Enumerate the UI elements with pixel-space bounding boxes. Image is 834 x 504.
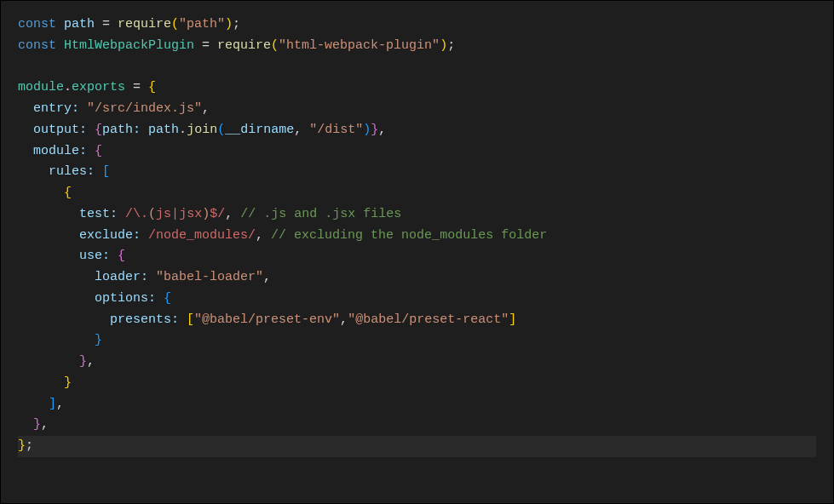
code-token xyxy=(118,207,125,221)
code-token: output: xyxy=(33,123,87,137)
code-line[interactable]: output: {path: path.join(__dirname, "/di… xyxy=(18,120,816,141)
code-token: exclude: xyxy=(79,228,141,243)
code-token xyxy=(18,417,33,432)
code-line[interactable]: } xyxy=(18,330,816,352)
code-token: . xyxy=(64,80,72,94)
code-token: , xyxy=(340,312,348,327)
code-token: loader: xyxy=(95,270,148,284)
code-token xyxy=(18,333,95,347)
code-token: ( xyxy=(217,123,225,137)
code-token: exports xyxy=(72,80,125,94)
code-token: module xyxy=(18,80,64,94)
code-line[interactable]: const path = require("path"); xyxy=(18,14,816,36)
code-line[interactable]: test: /\.(js|jsx)$/, // .js and .jsx fil… xyxy=(18,204,816,226)
code-editor[interactable]: const path = require("path");const HtmlW… xyxy=(18,14,816,457)
code-token xyxy=(18,101,33,116)
code-token: , xyxy=(225,207,240,221)
code-line[interactable]: const HtmlWebpackPlugin = require("html-… xyxy=(18,36,816,57)
code-token: use: xyxy=(79,249,110,263)
code-line[interactable]: use: { xyxy=(18,246,816,267)
code-line[interactable]: }, xyxy=(18,415,816,436)
code-line[interactable]: exclude: /node_modules/, // excluding th… xyxy=(18,226,816,247)
code-token: { xyxy=(95,123,102,137)
code-token: [ xyxy=(102,164,110,179)
code-token: ] xyxy=(509,312,516,327)
code-token xyxy=(18,186,64,200)
code-token: ) xyxy=(225,17,233,32)
code-token xyxy=(87,123,95,137)
code-token: ; xyxy=(26,438,33,453)
code-token: path xyxy=(64,17,95,32)
code-line[interactable]: presents: ["@babel/preset-env","@babel/p… xyxy=(18,310,816,331)
code-line[interactable]: { xyxy=(18,183,816,204)
code-token: , xyxy=(41,417,49,432)
code-token: } xyxy=(95,333,102,347)
code-token: , xyxy=(56,397,64,411)
code-token: ) xyxy=(440,38,447,53)
code-token: = xyxy=(95,17,118,32)
code-token: HtmlWebpackPlugin xyxy=(64,38,194,53)
code-line[interactable]: loader: "babel-loader", xyxy=(18,267,816,289)
code-line[interactable]: entry: "/src/index.js", xyxy=(18,99,816,120)
code-token: { xyxy=(164,291,171,306)
code-line[interactable]: rules: [ xyxy=(18,162,816,183)
code-line[interactable]: options: { xyxy=(18,289,816,310)
code-token: ( xyxy=(271,38,279,53)
code-token xyxy=(110,249,118,263)
code-token: path: xyxy=(102,123,141,137)
code-token: ] xyxy=(49,397,56,411)
code-token: / xyxy=(125,207,133,221)
code-token: join xyxy=(187,123,217,137)
code-token: presents: xyxy=(110,312,179,327)
code-token xyxy=(79,101,87,116)
code-token: = xyxy=(194,38,217,53)
code-token: ; xyxy=(233,17,240,32)
code-token xyxy=(18,270,95,284)
code-token: entry: xyxy=(33,101,79,116)
code-token: // .js and .jsx files xyxy=(240,207,401,221)
code-line[interactable]: module.exports = { xyxy=(18,77,816,99)
code-token: $ xyxy=(210,207,217,221)
code-token: } xyxy=(371,123,378,137)
code-token xyxy=(141,228,148,243)
code-token: "path" xyxy=(179,17,225,32)
code-token: "@babel/preset-env" xyxy=(194,312,340,327)
code-token xyxy=(18,354,79,369)
code-token xyxy=(156,291,164,306)
code-line[interactable]: }; xyxy=(18,436,816,457)
code-token xyxy=(18,397,49,411)
code-line[interactable]: } xyxy=(18,373,816,394)
code-token: , xyxy=(294,123,309,137)
code-token: "@babel/preset-react" xyxy=(348,312,509,327)
code-token xyxy=(18,228,79,243)
code-token: "html-webpack-plugin" xyxy=(279,38,440,53)
code-token: | xyxy=(171,207,179,221)
code-token: require xyxy=(118,17,171,32)
code-token: , xyxy=(202,101,210,116)
code-token xyxy=(95,164,102,179)
code-token xyxy=(18,164,49,179)
code-token xyxy=(141,123,148,137)
code-token: test: xyxy=(79,207,118,221)
code-token: options: xyxy=(95,291,156,306)
code-token xyxy=(18,60,26,74)
code-token: , xyxy=(263,270,271,284)
code-token: require xyxy=(217,38,271,53)
code-token: { xyxy=(95,144,102,158)
code-line[interactable]: }, xyxy=(18,352,816,373)
code-token: } xyxy=(18,438,26,453)
code-token xyxy=(148,270,156,284)
code-line[interactable]: ], xyxy=(18,394,816,415)
code-token: { xyxy=(64,186,72,200)
code-token: module: xyxy=(33,144,87,158)
code-token xyxy=(18,249,79,263)
code-token xyxy=(18,123,33,137)
code-token: "/dist" xyxy=(309,123,363,137)
code-token: ; xyxy=(447,38,455,53)
code-token: ( xyxy=(148,207,156,221)
code-token: jsx xyxy=(179,207,202,221)
code-token: { xyxy=(118,249,125,263)
code-line[interactable] xyxy=(18,57,816,78)
code-token: , xyxy=(378,123,386,137)
code-line[interactable]: module: { xyxy=(18,141,816,163)
